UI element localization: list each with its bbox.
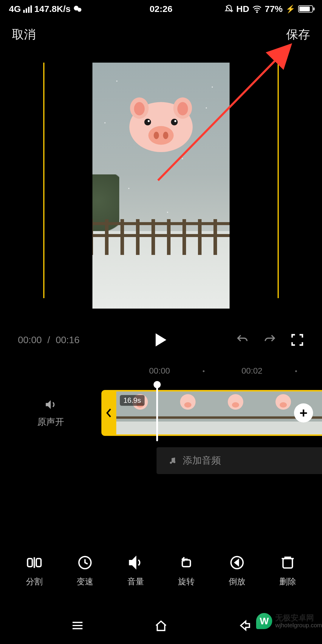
ruler-dot [295,370,297,372]
svg-point-12 [148,126,174,145]
svg-rect-22 [164,422,212,434]
status-right: HD 77% ⚡ [225,4,313,14]
total-time: 00:16 [56,335,80,345]
dnd-icon [225,4,233,13]
playhead[interactable] [156,385,158,441]
watermark-logo: W [256,613,272,629]
svg-point-2 [257,12,258,13]
status-time: 02:26 [150,4,173,14]
svg-rect-49 [283,559,292,568]
preview-area [0,63,322,325]
svg-rect-23 [164,417,212,419]
network-speed: 147.8K/s [34,4,71,14]
svg-rect-28 [212,417,259,419]
nav-menu-button[interactable] [70,618,85,634]
status-left: 4G 147.8K/s [9,4,83,14]
clip-bound-right[interactable] [278,63,279,298]
watermark: W 无极安卓网 wjhotelgroup.com [256,613,322,629]
fullscreen-button[interactable] [290,333,304,347]
svg-point-25 [184,402,191,408]
tool-bar: 分割 变速 音量 旋转 倒放 删除 [0,546,322,596]
rotate-button[interactable]: 旋转 [178,555,195,587]
ruler-dot [203,370,205,372]
charging-icon: ⚡ [286,4,295,14]
pig-sticker [127,95,195,152]
rotate-icon [178,555,194,571]
plus-icon: + [300,405,308,421]
add-clip-button[interactable]: + [294,403,313,422]
svg-point-42 [173,461,175,463]
battery-pct: 77% [265,4,283,14]
svg-point-41 [170,462,172,464]
play-icon [156,333,166,346]
current-time: 00:00 [18,335,42,345]
add-audio-label: 添加音频 [183,454,221,467]
svg-rect-44 [36,559,41,567]
timeline-frame [212,391,259,434]
svg-point-1 [77,8,81,12]
hd-label: HD [236,4,249,14]
timeline[interactable]: 原声开 16.9s + [0,388,322,438]
add-audio-button[interactable]: 添加音频 [157,447,322,474]
speed-icon [77,555,93,571]
nav-home-button[interactable] [154,618,168,634]
svg-point-7 [177,102,188,115]
svg-rect-32 [259,422,307,434]
nav-back-button[interactable] [237,618,252,634]
split-button[interactable]: 分割 [26,555,43,587]
watermark-url: wjhotelgroup.com [275,622,322,628]
network-type: 4G [9,4,21,14]
volume-icon [128,555,144,571]
svg-point-13 [154,132,159,139]
ruler-tick: 00:00 [149,366,170,376]
original-sound-toggle[interactable]: 原声开 [0,398,101,428]
clip-strip[interactable]: 16.9s + [116,390,322,436]
svg-rect-27 [212,422,259,434]
video-preview[interactable] [92,63,230,309]
svg-point-6 [134,102,145,115]
reverse-button[interactable]: 倒放 [229,555,245,587]
clip-handle-left[interactable] [101,390,116,436]
wechat-icon [73,4,83,14]
trash-icon [280,555,296,571]
speed-button[interactable]: 变速 [77,555,93,587]
volume-button[interactable]: 音量 [127,555,144,587]
timeline-frame [164,391,212,434]
editor-header: 取消 保存 [0,21,322,48]
status-bar: 4G 147.8K/s 02:26 HD 77% ⚡ [0,0,322,18]
undo-button[interactable] [236,333,249,347]
music-note-icon [168,456,177,465]
svg-point-11 [174,120,177,122]
ruler-tick: 00:02 [242,366,262,376]
time-display: 00:00 / 00:16 [18,335,80,346]
clip-duration-badge: 16.9s [120,395,145,406]
original-sound-label: 原声开 [37,416,64,428]
signal-icon [23,5,32,13]
svg-point-35 [280,402,287,408]
delete-button[interactable]: 删除 [279,555,296,587]
play-button[interactable] [156,333,166,346]
timeline-ruler: 00:00 00:02 [0,366,322,381]
svg-point-10 [148,120,150,122]
wifi-icon [252,4,262,14]
save-button[interactable]: 保存 [286,26,310,43]
svg-point-14 [163,132,168,139]
speaker-icon [44,398,57,411]
playback-row: 00:00 / 00:16 [0,326,322,353]
svg-point-9 [171,119,178,125]
svg-rect-37 [307,422,322,434]
svg-point-8 [144,119,151,125]
svg-point-30 [232,402,239,408]
cancel-button[interactable]: 取消 [12,26,36,43]
watermark-brand: 无极安卓网 [275,614,322,622]
redo-button[interactable] [263,333,277,347]
clip-bound-left[interactable] [43,63,44,298]
reverse-icon [229,555,245,571]
svg-rect-43 [28,559,32,567]
split-icon [26,555,42,571]
chevron-left-icon [106,408,112,417]
battery-icon [298,5,313,13]
